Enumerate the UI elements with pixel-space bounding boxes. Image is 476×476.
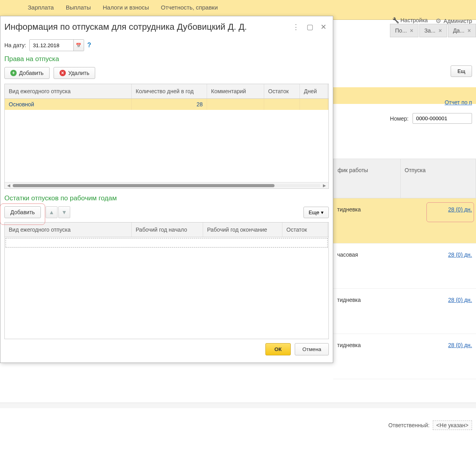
add-balance-button[interactable]: Добавить	[4, 206, 41, 218]
cross-icon: ×	[60, 70, 66, 76]
bg-cell-vacation[interactable]: 28 (0) дн.	[401, 334, 476, 379]
scroll-thumb[interactable]	[13, 184, 274, 187]
close-icon[interactable]: ×	[410, 27, 413, 34]
bg-cell-vacation[interactable]: 28 (0) дн.	[401, 244, 476, 288]
more-button-bg[interactable]: Ещ	[451, 65, 472, 77]
cell-days2[interactable]	[300, 99, 328, 110]
col2-end[interactable]: Рабочий год окончание	[203, 223, 282, 237]
bg-th-schedule: фик работы	[334, 159, 401, 198]
cell-days[interactable]: 28	[132, 99, 207, 110]
number-label: Номер:	[390, 115, 409, 122]
bg-cell-schedule: тидневка	[333, 198, 401, 243]
grid-scrollbar[interactable]: ◀ ▶	[5, 182, 328, 188]
grid-row-selected[interactable]: Основной 28	[5, 99, 328, 110]
move-down-button[interactable]: ▼	[58, 206, 70, 218]
bg-row[interactable]: тидневка 28 (0) дн.	[333, 289, 476, 334]
responsible-value[interactable]: <Не указан>	[433, 420, 472, 430]
scroll-right-icon[interactable]: ▶	[323, 183, 326, 188]
chevron-down-icon: ▾	[321, 209, 324, 215]
col-days2[interactable]: Дней	[300, 84, 328, 98]
bg-cell-schedule: часовая	[333, 244, 401, 288]
vacation-info-dialog: Информация по отпускам для сотрудника Ду…	[0, 16, 333, 363]
add-button[interactable]: + Добавить	[4, 67, 50, 79]
date-input[interactable]	[30, 40, 73, 50]
tab[interactable]: Да...×	[448, 24, 476, 37]
cell-balance[interactable]	[264, 99, 300, 110]
settings-menu[interactable]: Настройка	[392, 17, 428, 24]
horizontal-scrollbar[interactable]	[0, 403, 476, 408]
toolbar-item[interactable]: Зарплата	[28, 4, 54, 11]
close-icon[interactable]: ×	[468, 27, 471, 34]
col2-balance[interactable]: Остаток	[282, 223, 328, 237]
grid-body[interactable]: Основной 28	[5, 99, 328, 182]
gear-icon	[436, 17, 442, 23]
col-comment[interactable]: Комментарий	[207, 84, 264, 98]
arrow-down-icon: ▼	[61, 209, 67, 215]
arrow-up-icon: ▲	[49, 209, 54, 215]
bg-row[interactable]: тидневка 28 (0) дн.	[333, 334, 476, 379]
help-icon[interactable]: ?	[87, 42, 91, 49]
grid2-body[interactable]	[5, 238, 328, 339]
bg-cell-schedule: тидневка	[333, 289, 401, 334]
bg-th-vacation: Отпуска	[401, 159, 476, 198]
highlight-box	[426, 202, 474, 222]
bg-row[interactable]: часовая 28 (0) дн.	[333, 244, 476, 289]
toolbar-item[interactable]: Налоги и взносы	[103, 4, 149, 11]
col2-type[interactable]: Вид ежегодного отпуска	[5, 223, 132, 237]
cancel-button[interactable]: Отмена	[295, 343, 329, 355]
scroll-left-icon[interactable]: ◀	[7, 183, 10, 188]
cell-type[interactable]: Основной	[5, 99, 132, 110]
responsible-label: Ответственный:	[388, 422, 430, 428]
col2-start[interactable]: Рабочий год начало	[132, 223, 203, 237]
wrench-icon	[392, 17, 399, 23]
balances-grid: Вид ежегодного отпуска Рабочий год начал…	[4, 222, 329, 339]
ok-button[interactable]: ОК	[265, 343, 291, 355]
col-type[interactable]: Вид ежегодного отпуска	[5, 84, 132, 98]
dialog-title: Информация по отпускам для сотрудника Ду…	[4, 22, 247, 32]
calendar-icon[interactable]: 📅	[73, 40, 84, 51]
bg-cell-schedule: тидневка	[333, 334, 401, 379]
number-input[interactable]	[413, 113, 472, 124]
bg-table-header: фик работы Отпуска	[333, 159, 476, 198]
bg-cell-vacation[interactable]: 28 (0) дн.	[401, 289, 476, 334]
balances-section-title: Остатки отпусков по рабочим годам	[4, 194, 329, 202]
date-input-wrap: 📅	[29, 39, 84, 51]
col-balance[interactable]: Остаток	[264, 84, 300, 98]
rights-section-title: Права на отпуска	[4, 55, 329, 63]
close-icon[interactable]: ✕	[321, 23, 326, 31]
tab[interactable]: За...×	[419, 24, 447, 37]
grid-header: Вид ежегодного отпуска Количество дней в…	[5, 84, 328, 99]
tab[interactable]: По...×	[390, 24, 418, 37]
delete-button[interactable]: × Удалить	[54, 67, 95, 79]
grid2-header: Вид ежегодного отпуска Рабочий год начал…	[5, 223, 328, 237]
kebab-icon[interactable]: ⋮	[292, 23, 299, 31]
new-row-placeholder[interactable]	[6, 238, 328, 248]
more-button[interactable]: Еще ▾	[303, 207, 329, 218]
rights-grid: Вид ежегодного отпуска Количество дней в…	[4, 84, 329, 189]
close-icon[interactable]: ×	[439, 27, 442, 34]
report-link[interactable]: Отчет по п	[445, 99, 472, 106]
toolbar-item[interactable]: Выплаты	[66, 4, 91, 11]
background-tabs: По...× За...× Да...×	[390, 24, 476, 37]
bg-rows: тидневка 28 (0) дн. часовая 28 (0) дн. т…	[333, 198, 476, 379]
toolbar-item[interactable]: Отчетность, справки	[161, 4, 218, 11]
col-days[interactable]: Количество дней в год	[132, 84, 207, 98]
plus-icon: +	[10, 70, 17, 76]
date-label: На дату:	[4, 42, 26, 48]
admin-menu[interactable]: Администр	[436, 17, 472, 24]
maximize-icon[interactable]: ▢	[307, 23, 313, 31]
move-up-button[interactable]: ▲	[46, 206, 58, 218]
cell-comment[interactable]	[207, 99, 264, 110]
